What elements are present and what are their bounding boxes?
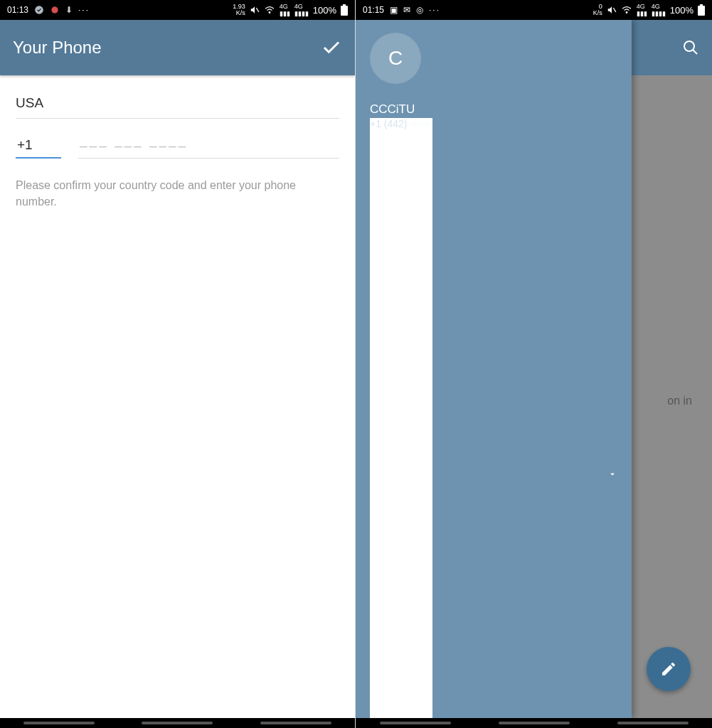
svg-point-3 — [269, 12, 270, 14]
search-button[interactable] — [682, 39, 699, 56]
status-speed: 1.93 K/s — [233, 4, 245, 16]
appbar: Your Phone — [0, 20, 355, 75]
wifi-icon — [264, 5, 275, 15]
status-more-icon: ··· — [429, 5, 440, 15]
svg-line-11 — [693, 50, 697, 54]
signal-4g-icon: 4G▮▮▮ — [280, 3, 290, 17]
android-nav-bar — [0, 718, 355, 728]
nav-home[interactable] — [499, 722, 570, 724]
status-mail-icon: ✉ — [403, 5, 410, 15]
svg-point-10 — [684, 41, 694, 51]
status-chat-icon: ◎ — [416, 5, 423, 15]
page-title: Your Phone — [13, 38, 102, 58]
login-form: USA ––– ––– –––– Please confirm your cou… — [0, 75, 355, 224]
nav-back[interactable] — [260, 722, 331, 724]
status-more-icon: ··· — [78, 5, 90, 15]
status-gallery-icon: ▣ — [390, 5, 398, 15]
status-bar: 01:13 ⬇ ··· 1.93 K/s 4G▮▮▮ 4G▮▮▮▮ 100% — [0, 0, 355, 20]
svg-rect-5 — [343, 4, 346, 6]
account-switcher[interactable] — [607, 469, 617, 479]
nav-recent[interactable] — [23, 722, 95, 724]
phone-screen-login: 01:13 ⬇ ··· 1.93 K/s 4G▮▮▮ 4G▮▮▮▮ 100% — [0, 0, 356, 728]
avatar[interactable]: C — [370, 33, 421, 84]
confirm-button[interactable] — [321, 37, 342, 58]
country-select[interactable]: USA — [16, 90, 339, 119]
status-time: 01:15 — [363, 5, 384, 15]
country-code-input[interactable] — [16, 133, 61, 159]
wifi-icon — [621, 5, 632, 15]
svg-rect-8 — [698, 6, 705, 16]
battery-icon — [698, 4, 705, 16]
status-bar: 01:15 ▣ ✉ ◎ ··· 0 K/s 4G▮▮▮ 4G▮▮▮▮ 100% — [356, 0, 712, 20]
status-time: 01:13 — [7, 5, 28, 15]
svg-point-1 — [51, 6, 58, 13]
status-battery-pct: 100% — [670, 5, 694, 16]
signal-4g-icon: 4G▮▮▮ — [637, 3, 647, 17]
nav-home[interactable] — [142, 722, 213, 724]
signal-4g-icon-2: 4G▮▮▮▮ — [652, 3, 666, 17]
android-nav-bar — [356, 718, 712, 728]
helper-text: Please confirm your country code and ent… — [16, 177, 339, 210]
signal-4g-icon-2: 4G▮▮▮▮ — [294, 3, 309, 17]
svg-line-2 — [256, 8, 259, 12]
svg-point-0 — [35, 6, 43, 14]
status-speed: 0 K/s — [593, 4, 602, 16]
phone-screen-drawer: 01:15 ▣ ✉ ◎ ··· 0 K/s 4G▮▮▮ 4G▮▮▮▮ 100% — [356, 0, 712, 728]
phone-number-input[interactable]: ––– ––– –––– — [78, 134, 339, 159]
svg-rect-9 — [700, 4, 703, 6]
drawer-user-phone: +1 (442) ··· ···· — [370, 118, 432, 728]
drawer-user-name: CCCiTU — [370, 102, 432, 117]
mute-icon — [250, 5, 260, 15]
battery-icon — [341, 4, 348, 16]
avatar-initial: C — [388, 47, 403, 70]
compose-fab[interactable] — [647, 647, 691, 691]
nav-recent[interactable] — [380, 722, 451, 724]
status-app-icon — [34, 5, 44, 15]
drawer-header: C CCCiTU +1 (442) ··· ···· — [356, 20, 632, 728]
nav-back[interactable] — [617, 722, 689, 724]
svg-line-6 — [613, 8, 616, 12]
mute-icon — [607, 5, 617, 15]
status-rec-icon — [50, 5, 60, 15]
bg-text-fragment: on in — [667, 395, 692, 407]
svg-rect-4 — [341, 6, 348, 16]
status-battery-pct: 100% — [313, 5, 336, 16]
status-download-icon: ⬇ — [65, 5, 73, 15]
nav-drawer: C CCCiTU +1 (442) ··· ···· New GroupNew … — [356, 20, 632, 718]
svg-point-7 — [626, 12, 627, 14]
